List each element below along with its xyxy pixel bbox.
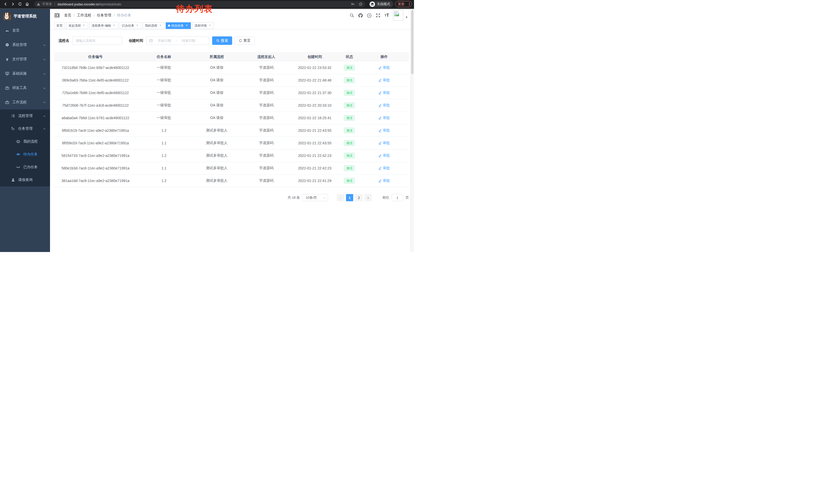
close-icon[interactable]: × <box>185 24 189 28</box>
approve-link[interactable]: 审批 <box>378 128 390 133</box>
create-time-cell: 2022-01-22 20:33:10 <box>290 99 339 111</box>
table-row: 8f0d1619-7ac8-11ec-a9e2-a2380e71991a 1.2… <box>54 124 409 137</box>
github-icon[interactable] <box>358 13 363 18</box>
task-name-cell: 1.1 <box>137 137 191 149</box>
action-cell: 审批 <box>359 99 409 111</box>
table-row: 069c6a63-7b8a-11ec-8ef0-acde48001122 一级审… <box>54 74 409 87</box>
browser-home-button[interactable] <box>24 1 31 8</box>
approve-link[interactable]: 审批 <box>378 116 390 120</box>
date-range-picker[interactable]: 开始日期 - 结束日期 <box>146 36 209 45</box>
browser-reload-button[interactable] <box>16 1 24 8</box>
approve-link[interactable]: 审批 <box>378 103 390 108</box>
process-name-input[interactable] <box>72 36 122 45</box>
page-button[interactable]: 1 <box>346 194 353 201</box>
browser-forward-button[interactable] <box>9 1 16 8</box>
tab[interactable]: 流程详情 × <box>192 22 214 29</box>
close-icon[interactable]: × <box>208 24 212 28</box>
edit-icon <box>378 66 382 70</box>
approve-link[interactable]: 审批 <box>378 141 390 145</box>
search-icon[interactable] <box>349 13 355 18</box>
breadcrumb-workflow[interactable]: 工作流程 <box>77 13 91 18</box>
tab[interactable]: 流程表单-编辑 × <box>89 22 118 29</box>
action-cell: 审批 <box>359 74 409 86</box>
col-header-process: 所属流程 <box>191 52 242 61</box>
tab[interactable]: 我的流程 × <box>142 22 164 29</box>
avatar[interactable] <box>393 10 403 20</box>
approve-link[interactable]: 审批 <box>378 166 390 171</box>
browser-update-button[interactable]: 更新 <box>395 1 412 7</box>
security-label: 不安全 <box>42 2 52 6</box>
approve-link[interactable]: 审批 <box>378 153 390 158</box>
task-id-cell: 73211d9d-7b9b-11ec-b5b7-acde48001122 <box>54 61 137 74</box>
close-icon[interactable]: × <box>112 24 116 28</box>
tab[interactable]: 发起流程 × <box>66 22 88 29</box>
reset-button[interactable]: 重置 <box>235 36 255 45</box>
eye-icon <box>16 152 20 156</box>
close-icon[interactable]: × <box>135 24 139 28</box>
sidebar-item-label: 支付管理 <box>12 57 27 61</box>
sidebar-item-infrastructure[interactable]: 基础设施 <box>0 66 50 81</box>
end-date-placeholder[interactable]: 结束日期 <box>179 39 198 43</box>
tab[interactable]: 首页 <box>54 22 65 29</box>
sidebar-item-workflow[interactable]: 工作流程 <box>0 95 50 109</box>
sidebar: 芋道管理系统 首页 系统管理 ¥ 支付管理 基础设施 <box>0 9 50 252</box>
task-name-cell: 一级审批 <box>137 99 191 111</box>
col-header-create-time: 创建时间 <box>290 52 339 61</box>
sidebar-item-system[interactable]: 系统管理 <box>0 38 50 52</box>
fullscreen-icon[interactable] <box>376 13 381 18</box>
page-button[interactable]: 2 <box>355 194 363 201</box>
briefcase-icon <box>5 100 9 104</box>
next-page-button[interactable]: › <box>365 194 372 201</box>
breadcrumb-home[interactable]: 首页 <box>64 13 71 18</box>
browser-menu-icon[interactable] <box>409 2 410 6</box>
sidebar-item-leave-query[interactable]: 请假查询 <box>0 174 50 186</box>
status-cell: 激活 <box>339 162 359 174</box>
tab[interactable]: 待办任务 × <box>166 22 191 29</box>
start-date-placeholder[interactable]: 开始日期 <box>155 39 174 43</box>
password-key-icon[interactable] <box>351 2 355 6</box>
table-row: 73211d9d-7b9b-11ec-b5b7-acde48001122 一级审… <box>54 61 409 74</box>
chevron-down-icon[interactable]: ▾ <box>406 15 407 19</box>
tab-label: 发起流程 <box>69 24 81 28</box>
bookmark-star-icon[interactable] <box>359 2 363 6</box>
dashboard-icon <box>5 29 9 33</box>
task-id-cell: 75d72608-7b7f-11ec-a3c8-acde48001122 <box>54 99 137 111</box>
page-size-select[interactable]: 10条/页 <box>302 194 328 201</box>
sidebar-item-dev-tools[interactable]: 研发工具 <box>0 81 50 95</box>
col-header-task-id: 任务编号 <box>54 52 137 61</box>
sidebar-item-process-management[interactable]: 流程管理 <box>0 109 50 122</box>
breadcrumb-task-management[interactable]: 任务管理 <box>97 13 111 18</box>
close-icon[interactable]: × <box>82 24 86 28</box>
approve-link[interactable]: 审批 <box>378 78 390 83</box>
sidebar-item-done-tasks[interactable]: 已办任务 <box>0 161 50 174</box>
process-cell: OA 请假 <box>191 112 242 124</box>
sidebar-item-label: 工作流程 <box>12 100 27 104</box>
prev-page-button[interactable]: ‹ <box>337 194 344 201</box>
app-logo-bar[interactable]: 芋道管理系统 <box>0 9 50 23</box>
edit-icon <box>378 141 382 145</box>
starter-cell: 芋道源码 <box>242 175 290 187</box>
close-icon[interactable]: × <box>159 24 162 28</box>
scrollbar-thumb[interactable] <box>411 10 413 74</box>
tab-label: 流程表单-编辑 <box>92 24 111 28</box>
sidebar-item-my-process[interactable]: 我的流程 <box>0 135 50 148</box>
sidebar-item-task-management[interactable]: 任务管理 <box>0 122 50 135</box>
sidebar-item-home[interactable]: 首页 <box>0 23 50 38</box>
approve-link[interactable]: 审批 <box>378 65 390 70</box>
page-numbers: 12 <box>346 194 363 201</box>
approve-link[interactable]: 审批 <box>378 91 390 95</box>
sidebar-item-payment[interactable]: ¥ 支付管理 <box>0 52 50 66</box>
help-icon[interactable]: ? <box>367 13 372 18</box>
page-scrollbar[interactable] <box>410 9 414 252</box>
font-size-icon[interactable]: TT <box>384 13 389 18</box>
url-host: dashboard.yudao.iocoder.cn <box>57 2 99 6</box>
browser-back-button[interactable] <box>2 1 9 8</box>
pagination: 共 16 条 10条/页 ‹ 12 › 前往 页 <box>54 194 409 201</box>
goto-page-input[interactable] <box>392 194 403 201</box>
sidebar-item-todo-tasks[interactable]: 待办任务 <box>0 148 50 161</box>
search-button[interactable]: 搜索 <box>212 36 232 45</box>
approve-link[interactable]: 审批 <box>378 178 390 183</box>
range-separator: - <box>176 39 177 43</box>
sidebar-collapse-icon[interactable] <box>54 13 60 18</box>
tab[interactable]: 已办任务 × <box>120 22 141 29</box>
